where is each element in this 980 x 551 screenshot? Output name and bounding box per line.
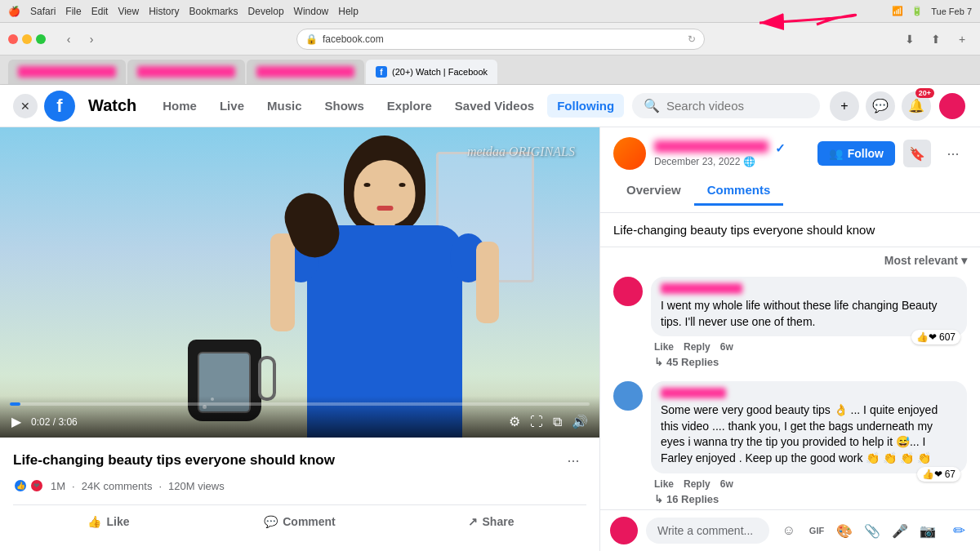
reaction-icon-2: 👍❤	[922, 469, 942, 480]
search-box[interactable]: 🔍	[632, 93, 820, 118]
close-watch-button[interactable]: ✕	[13, 94, 38, 118]
nav-explore[interactable]: Explore	[377, 94, 442, 118]
nav-home[interactable]: Home	[153, 94, 207, 118]
sort-comments-button[interactable]: Most relevant ▾	[884, 254, 967, 267]
comment-2-replies-toggle[interactable]: ↳ 16 Replies	[651, 493, 719, 505]
search-input[interactable]	[666, 99, 808, 113]
comment-1-replies-toggle[interactable]: ↳ 45 Replies	[651, 356, 719, 368]
comment-tools: ☺ GIF 🎨 📎 🎤 📷	[777, 519, 939, 542]
comment-2-name-blurred	[661, 388, 726, 398]
window-menu[interactable]: Window	[294, 6, 329, 17]
right-arm	[476, 242, 499, 323]
nav-saved[interactable]: Saved Videos	[445, 94, 544, 118]
battery-icon: 🔋	[911, 6, 923, 16]
gif-icon: GIF	[809, 526, 824, 535]
close-window-btn[interactable]	[8, 34, 18, 44]
share-icon: ↗	[468, 515, 478, 528]
new-tab-button[interactable]: +	[952, 29, 972, 49]
history-menu[interactable]: History	[149, 6, 179, 17]
settings-icon: ⚙	[509, 414, 520, 429]
browser-tab-2[interactable]	[127, 60, 245, 84]
forward-button[interactable]: ›	[82, 29, 101, 49]
reaction-count-1: 607	[939, 331, 956, 343]
volume-button[interactable]: 🔊	[570, 412, 590, 431]
tab-comments[interactable]: Comments	[694, 176, 784, 206]
back-button[interactable]: ‹	[59, 29, 78, 49]
follow-button[interactable]: 👥 Follow	[817, 141, 895, 166]
menu-items[interactable]: 🍎 Safari File Edit View History Bookmark…	[8, 6, 359, 17]
browser-tab-1[interactable]	[8, 60, 126, 84]
pip-button[interactable]: ⧉	[551, 412, 564, 431]
messenger-button[interactable]: 💬	[866, 91, 895, 121]
comment-1-like[interactable]: Like	[654, 341, 674, 353]
browser-tab-4-active[interactable]: f (20+) Watch | Facebook	[366, 60, 497, 84]
comment-2-text: Some were very good beauty tips 👌 ... I …	[661, 402, 957, 466]
comment-1-reactions: 👍❤ 607	[911, 330, 960, 344]
comment-mic-button[interactable]: 🎤	[889, 519, 911, 542]
like-button[interactable]: 👍 Like	[13, 509, 204, 535]
url-bar[interactable]: 🔒 facebook.com ↻	[296, 29, 705, 50]
comment-2-like[interactable]: Like	[654, 478, 674, 490]
nav-shows[interactable]: Shows	[314, 94, 373, 118]
safari-menu[interactable]: Safari	[30, 6, 56, 17]
comment-attach-button[interactable]: 📎	[861, 519, 884, 542]
play-button[interactable]: ▶	[10, 412, 23, 431]
fullscreen-button[interactable]: ⛶	[528, 412, 545, 431]
comment-1-name	[661, 283, 957, 296]
browser-tab-3[interactable]	[247, 60, 364, 84]
page-info: ✓ December 23, 2022 🌐	[654, 140, 809, 167]
minimize-window-btn[interactable]	[22, 34, 32, 44]
share-button[interactable]: ↗ Share	[395, 509, 586, 535]
more-options-button[interactable]: ···	[560, 447, 586, 473]
user-avatar[interactable]	[938, 91, 967, 121]
more-page-options[interactable]: ···	[939, 140, 967, 167]
view-menu[interactable]: View	[118, 6, 139, 17]
comment-button[interactable]: 💬 Comment	[204, 509, 395, 535]
share-label: Share	[483, 515, 514, 528]
tab-overview[interactable]: Overview	[613, 176, 694, 206]
comment-gif-button[interactable]: GIF	[805, 519, 828, 542]
progress-bar[interactable]	[10, 402, 590, 406]
save-button[interactable]: 🔖	[903, 140, 931, 167]
url-text[interactable]: facebook.com	[323, 33, 384, 45]
nav-live[interactable]: Live	[210, 94, 254, 118]
apple-menu[interactable]: 🍎	[8, 6, 20, 17]
notification-badge: 20+	[915, 88, 934, 98]
thumbsup-icon: 👍	[87, 515, 101, 528]
refresh-icon[interactable]: ↻	[688, 33, 696, 45]
edit-comment-button[interactable]: ✏	[947, 519, 970, 542]
edit-menu[interactable]: Edit	[91, 6, 109, 17]
camera-icon: 📷	[920, 523, 936, 539]
page-name: ✓	[654, 140, 809, 156]
comment-2-reply[interactable]: Reply	[684, 478, 710, 490]
downloads-button[interactable]: ⬇	[900, 29, 920, 49]
wifi-icon: 📶	[892, 6, 903, 16]
add-button[interactable]: +	[830, 91, 859, 121]
traffic-lights	[8, 34, 46, 44]
comment-2-time: 6w	[720, 478, 733, 490]
comment-2: Some were very good beauty tips 👌 ... I …	[613, 381, 967, 504]
comment-1-reply[interactable]: Reply	[684, 341, 710, 353]
chevron-down-icon: ▾	[961, 254, 967, 267]
nav-music[interactable]: Music	[257, 94, 312, 118]
fullscreen-window-btn[interactable]	[36, 34, 46, 44]
nav-following[interactable]: Following	[547, 94, 624, 118]
video-thumbnail	[0, 127, 599, 438]
develop-menu[interactable]: Develop	[248, 6, 284, 17]
comment-input[interactable]: Write a comment...	[646, 518, 769, 544]
facebook-logo[interactable]: f	[44, 91, 75, 122]
share-browser-button[interactable]: ⬆	[926, 29, 946, 49]
comments-list[interactable]: Most relevant ▾ I went my whole life wit…	[600, 247, 980, 509]
comment-emoji-button[interactable]: ☺	[777, 519, 800, 542]
comment-camera-button[interactable]: 📷	[916, 519, 939, 542]
video-player[interactable]: metdaa ORIGINALS ▶ 0:02 / 3:0	[0, 127, 599, 438]
bookmarks-menu[interactable]: Bookmarks	[189, 6, 238, 17]
reply-arrow-icon-2: ↳	[654, 493, 663, 505]
file-menu[interactable]: File	[65, 6, 81, 17]
help-menu[interactable]: Help	[338, 6, 359, 17]
settings-button[interactable]: ⚙	[507, 412, 522, 431]
like-reaction-icon: 👍	[13, 478, 28, 493]
comment-sticker-button[interactable]: 🎨	[833, 519, 856, 542]
browser-chrome: ‹ › 🔒 facebook.com ↻ ⬇ ⬆ +	[0, 23, 980, 56]
notifications-button[interactable]: 🔔 20+	[902, 91, 931, 121]
